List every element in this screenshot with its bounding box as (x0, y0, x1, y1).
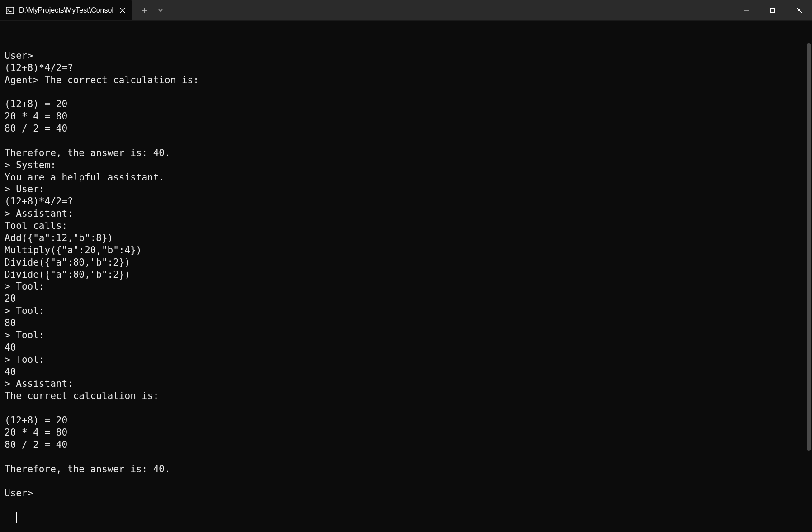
terminal-line: 80 (5, 317, 807, 329)
terminal-line: Divide({"a":80,"b":2}) (5, 269, 807, 281)
terminal-line: You are a helpful assistant. (5, 171, 807, 184)
terminal-line: > Tool: (5, 354, 807, 366)
minimize-button[interactable] (733, 0, 760, 20)
terminal-line: Tool calls: (5, 220, 807, 232)
new-tab-button[interactable] (136, 0, 152, 20)
terminal-line: > System: (5, 159, 807, 171)
terminal-line (5, 451, 807, 463)
terminal-line: 80 / 2 = 40 (5, 439, 807, 451)
scrollbar[interactable] (807, 43, 811, 451)
terminal-line: Divide({"a":80,"b":2}) (5, 256, 807, 269)
terminal-line: Add({"a":12,"b":8}) (5, 232, 807, 244)
terminal-line: Agent> The correct calculation is: (5, 74, 807, 86)
close-window-button[interactable] (786, 0, 812, 20)
tab-dropdown-button[interactable] (152, 0, 169, 20)
terminal-content[interactable]: User>(12+8)*4/2=?Agent> The correct calc… (0, 21, 812, 532)
terminal-line (5, 402, 807, 414)
terminal-line: 20 * 4 = 80 (5, 110, 807, 123)
terminal-output: User>(12+8)*4/2=?Agent> The correct calc… (5, 50, 807, 499)
tab-title: D:\MyProjects\MyTest\Consol (19, 6, 113, 14)
terminal-line: (12+8)*4/2=? (5, 62, 807, 74)
titlebar-left: D:\MyProjects\MyTest\Consol (0, 0, 169, 20)
close-tab-button[interactable] (118, 6, 127, 15)
tab-actions (132, 0, 169, 20)
terminal-line (5, 475, 807, 487)
terminal-cursor (16, 512, 17, 523)
terminal-icon (5, 6, 14, 15)
terminal-line: > Tool: (5, 329, 807, 342)
terminal-line: > Tool: (5, 280, 807, 293)
maximize-button[interactable] (760, 0, 786, 20)
terminal-line: User> (5, 50, 807, 62)
window-controls (733, 0, 812, 20)
terminal-line: > Tool: (5, 305, 807, 317)
terminal-line: Therefore, the answer is: 40. (5, 147, 807, 159)
terminal-line: User> (5, 487, 807, 499)
terminal-line: (12+8)*4/2=? (5, 195, 807, 208)
svg-rect-3 (771, 8, 775, 12)
terminal-line: The correct calculation is: (5, 390, 807, 402)
terminal-line: 40 (5, 342, 807, 354)
terminal-line: > Assistant: (5, 208, 807, 220)
terminal-line: 20 * 4 = 80 (5, 427, 807, 439)
terminal-line: (12+8) = 20 (5, 414, 807, 427)
terminal-line (5, 86, 807, 98)
terminal-line: 80 / 2 = 40 (5, 123, 807, 135)
terminal-line (5, 135, 807, 147)
terminal-line: 20 (5, 293, 807, 305)
terminal-line: > User: (5, 183, 807, 195)
terminal-line: (12+8) = 20 (5, 98, 807, 110)
svg-rect-0 (6, 7, 14, 14)
terminal-line: 40 (5, 366, 807, 378)
terminal-line: Multiply({"a":20,"b":4}) (5, 244, 807, 256)
terminal-line: > Assistant: (5, 378, 807, 390)
active-tab[interactable]: D:\MyProjects\MyTest\Consol (0, 0, 132, 20)
terminal-line: Therefore, the answer is: 40. (5, 463, 807, 475)
titlebar: D:\MyProjects\MyTest\Consol (0, 0, 812, 21)
